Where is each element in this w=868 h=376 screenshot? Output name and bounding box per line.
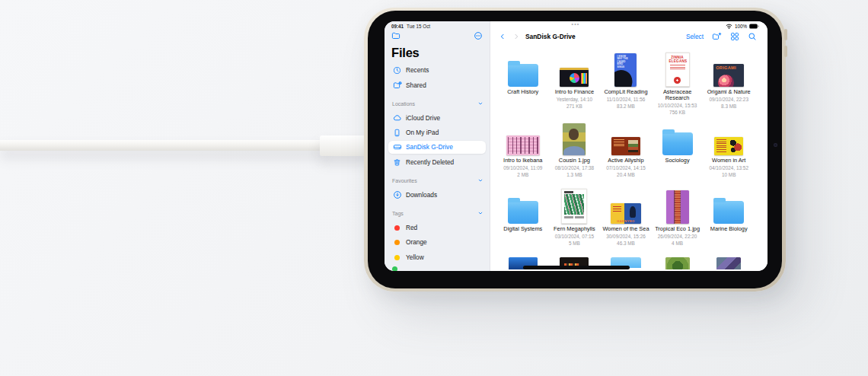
clock-icon <box>392 66 402 75</box>
front-camera <box>774 143 777 147</box>
file-item-women-of-the-sea[interactable]: HAENYEO Women of the Sea 30/09/2024, 15:… <box>600 189 652 257</box>
more-options-icon[interactable] <box>474 31 483 40</box>
section-header-favourites[interactable]: Favourites <box>392 175 483 186</box>
ipad-device: 09:41 Tue 15 Oct Files Recen <box>364 8 786 292</box>
file-name: Asteraceae Research <box>653 89 702 102</box>
new-folder-icon[interactable] <box>712 32 722 41</box>
file-name: Fern Megaphylls <box>554 226 595 232</box>
status-bar-right: 100% <box>726 24 759 29</box>
file-size: 2 MB <box>517 172 528 177</box>
file-thumbnail <box>666 189 689 224</box>
sidebar-toggle-icon[interactable] <box>391 31 400 40</box>
file-item-origami-and-nature[interactable]: ORIGAMI Origami & Nature 09/10/2024, 22:… <box>703 52 755 120</box>
file-name: Women of the Sea <box>602 226 649 232</box>
folder-title: SanDisk G-Drive <box>525 33 576 40</box>
status-time: 09:41 <box>391 24 404 29</box>
select-button[interactable]: Select <box>686 33 704 40</box>
battery-icon <box>749 24 759 29</box>
sidebar-item-recently-deleted[interactable]: Recently Deleted <box>388 156 486 169</box>
sidebar-item-sandisk-g-drive[interactable]: SanDisk G-Drive <box>388 141 486 154</box>
file-date: 04/10/2024, 13:52 <box>709 165 748 170</box>
file-item-complit-reading[interactable]: I KNOW WHY THE CAGED BIRD SINGS CompLit … <box>600 52 652 120</box>
sidebar-item-label: Recently Deleted <box>406 158 454 166</box>
file-name: CompLit Reading <box>604 89 647 95</box>
file-date: Yesterday, 14:10 <box>557 97 592 102</box>
browser-toolbar: SanDisk G-Drive Select <box>499 30 757 43</box>
section-header-label: Tags <box>392 211 404 216</box>
multitasking-indicator[interactable]: ••• <box>572 21 580 27</box>
file-date: 09/10/2024, 11:09 <box>503 165 542 170</box>
sidebar-item-label: Downloads <box>406 191 437 199</box>
volume-up-button <box>784 29 787 40</box>
folder-icon <box>713 189 744 224</box>
app-title: Files <box>391 46 420 60</box>
file-size: 271 KB <box>566 104 582 109</box>
scene: 09:41 Tue 15 Oct Files Recen <box>0 0 868 376</box>
external-drive-icon <box>392 142 402 151</box>
file-date: 09/10/2024, 22:23 <box>709 97 748 102</box>
sidebar-item-label: SanDisk G-Drive <box>406 143 453 151</box>
wifi-icon <box>726 24 732 29</box>
home-indicator[interactable] <box>523 266 630 269</box>
sidebar-item-recents[interactable]: Recents <box>388 64 486 77</box>
usb-cable <box>0 140 324 151</box>
poster-text: HAENYEO <box>611 219 641 223</box>
sidebar-item-downloads[interactable]: Downloads <box>388 189 486 202</box>
file-item-digital-systems[interactable]: Digital Systems <box>497 189 549 257</box>
file-size: 10 MB <box>722 172 736 177</box>
file-date: 26/09/2024, 22:20 <box>658 234 697 239</box>
sidebar-item-icloud-drive[interactable]: iCloud Drive <box>388 112 486 125</box>
ipad-icon <box>392 129 402 137</box>
yellow-tag-icon <box>394 255 400 260</box>
sidebar-item-tag-red[interactable]: Red <box>388 221 486 234</box>
grid-view-icon[interactable] <box>730 32 739 41</box>
file-item-fern-megaphylls[interactable]: Fern Megaphylls 03/10/2024, 07:15 5 MB <box>549 189 601 257</box>
sidebar-item-tag-orange[interactable]: Orange <box>388 236 486 249</box>
section-header-locations[interactable]: Locations <box>392 98 483 109</box>
sidebar-item-shared[interactable]: Shared <box>388 79 486 92</box>
sidebar-item-label: iCloud Drive <box>406 114 440 122</box>
shared-folder-icon <box>392 81 402 90</box>
file-item-asteraceae-research[interactable]: ZINNIA ELEGANS Asteraceae Research 10/10… <box>652 52 704 120</box>
sidebar-item-label: Shared <box>406 81 426 89</box>
file-size: 8.3 MB <box>721 104 736 109</box>
forward-icon[interactable] <box>512 33 520 40</box>
file-thumbnail <box>714 120 743 155</box>
file-size: 1.3 MB <box>566 172 582 177</box>
sidebar-item-on-my-ipad[interactable]: On My iPad <box>388 126 486 139</box>
file-name: Intro to Finance <box>555 89 594 95</box>
file-name: Origami & Nature <box>707 89 751 95</box>
file-size: 756 KB <box>669 110 685 115</box>
file-item-tropical-eco-1-jpg[interactable]: Tropical Eco 1.jpg 26/09/2024, 22:20 4 M… <box>652 189 704 257</box>
file-item-women-in-art[interactable]: Women in Art 04/10/2024, 13:52 10 MB <box>703 120 755 189</box>
file-size: 46.3 MB <box>617 241 635 246</box>
file-item-intro-to-finance[interactable]: Intro to Finance Yesterday, 14:10 271 KB <box>549 52 601 120</box>
file-name: Intro to Ikebana <box>503 158 542 164</box>
sidebar-item-label: On My iPad <box>406 129 439 136</box>
file-item-craft-history[interactable]: Craft History <box>497 52 549 120</box>
partial-file-thumbnail[interactable] <box>716 257 741 269</box>
file-date: 11/10/2024, 11:56 <box>607 97 646 102</box>
file-thumbnail <box>560 52 589 87</box>
file-name: Digital Systems <box>503 226 542 232</box>
back-icon[interactable] <box>499 33 506 40</box>
file-size: 20.4 MB <box>617 172 635 177</box>
file-thumbnail: I KNOW WHY THE CAGED BIRD SINGS <box>614 52 637 87</box>
sidebar-item-tag-yellow[interactable]: Yellow <box>388 251 486 264</box>
file-name: Tropical Eco 1.jpg <box>655 226 700 232</box>
file-item-active-allyship[interactable]: Active Allyship 07/10/2024, 14:15 20.4 M… <box>600 120 652 189</box>
file-item-marine-biology[interactable]: Marine Biology <box>703 189 755 257</box>
search-icon[interactable] <box>748 32 757 41</box>
usb-connector <box>320 135 369 156</box>
section-header-tags[interactable]: Tags <box>392 208 483 218</box>
file-thumbnail <box>611 120 640 155</box>
file-item-cousin-1-jpg[interactable]: Cousin 1.jpg 08/10/2024, 17:38 1.3 MB <box>549 120 601 189</box>
partial-file-thumbnail[interactable] <box>665 257 690 269</box>
file-size: 5 MB <box>569 241 580 246</box>
file-thumbnail <box>561 189 587 224</box>
folder-icon <box>508 189 538 224</box>
file-thumbnail <box>563 120 586 155</box>
file-item-sociology[interactable]: Sociology <box>652 120 704 189</box>
red-tag-icon <box>394 225 400 231</box>
file-item-intro-to-ikebana[interactable]: Intro to Ikebana 09/10/2024, 11:09 2 MB <box>497 120 549 189</box>
